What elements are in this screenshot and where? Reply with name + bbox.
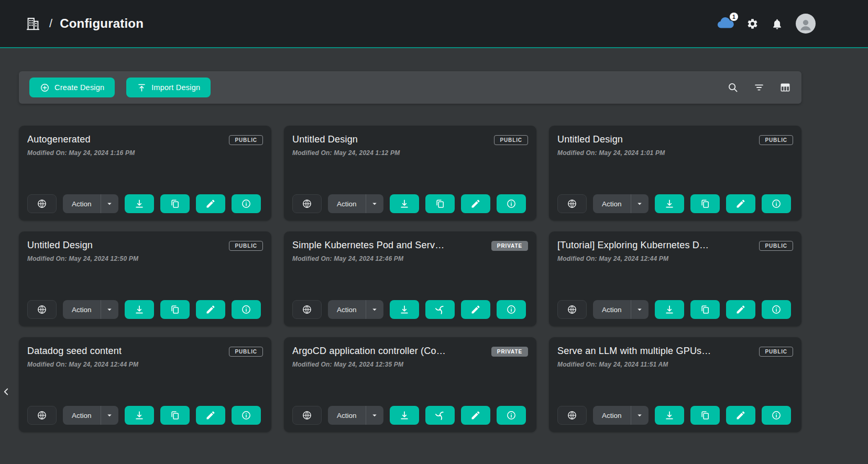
edit-button[interactable]: [461, 300, 490, 319]
action-split-button: Action: [593, 406, 649, 425]
design-title: Untitled Design: [27, 240, 93, 251]
action-dropdown-button[interactable]: [631, 194, 649, 213]
design-title: ArgoCD application controller (Co…: [292, 346, 446, 357]
download-icon: [399, 304, 410, 315]
edit-button[interactable]: [461, 194, 490, 213]
design-card: Serve an LLM with multiple GPUs… PUBLIC …: [549, 337, 801, 432]
gear-icon[interactable]: [746, 18, 759, 30]
action-dropdown-button[interactable]: [366, 406, 383, 425]
info-button[interactable]: [232, 300, 261, 319]
clone-button[interactable]: [690, 406, 720, 425]
design-spiral-button[interactable]: [425, 300, 455, 319]
info-button[interactable]: [232, 406, 261, 425]
chevron-down-icon: [635, 305, 644, 314]
action-dropdown-button[interactable]: [631, 406, 649, 425]
filter-icon[interactable]: [753, 82, 765, 93]
download-button[interactable]: [390, 194, 419, 213]
info-button[interactable]: [762, 194, 791, 213]
edit-button[interactable]: [196, 194, 225, 213]
action-button[interactable]: Action: [593, 194, 631, 213]
clone-button[interactable]: [160, 406, 190, 425]
visibility-globe-button[interactable]: [27, 300, 57, 319]
action-dropdown-button[interactable]: [366, 300, 383, 319]
info-button[interactable]: [232, 194, 261, 213]
bell-icon[interactable]: [771, 18, 783, 30]
clone-button[interactable]: [160, 300, 190, 319]
visibility-globe-button[interactable]: [292, 300, 322, 319]
globe-icon: [37, 304, 47, 315]
visibility-globe-button[interactable]: [557, 300, 587, 319]
cloud-provider-icon[interactable]: 1: [716, 15, 734, 32]
action-button[interactable]: Action: [63, 300, 101, 319]
card-actions: Action: [557, 300, 793, 319]
action-button[interactable]: Action: [63, 194, 101, 213]
action-dropdown-button[interactable]: [631, 300, 649, 319]
download-button[interactable]: [125, 194, 154, 213]
action-split-button: Action: [63, 194, 118, 213]
download-button[interactable]: [125, 300, 154, 319]
clone-button[interactable]: [690, 300, 720, 319]
clone-button[interactable]: [160, 194, 190, 213]
edit-button[interactable]: [726, 300, 755, 319]
visibility-globe-button[interactable]: [557, 406, 587, 425]
action-button[interactable]: Action: [63, 406, 101, 425]
download-button[interactable]: [390, 300, 419, 319]
sidebar-collapse-toggle[interactable]: [1, 385, 12, 401]
clone-button[interactable]: [425, 194, 455, 213]
action-dropdown-button[interactable]: [366, 194, 383, 213]
action-button[interactable]: Action: [593, 406, 631, 425]
action-button[interactable]: Action: [593, 300, 631, 319]
spiral-icon: [435, 304, 445, 315]
action-button[interactable]: Action: [328, 406, 366, 425]
visibility-globe-button[interactable]: [27, 406, 57, 425]
action-button[interactable]: Action: [328, 300, 366, 319]
chevron-down-icon: [105, 305, 114, 314]
design-card: [Tutorial] Exploring Kubernetes D… PUBLI…: [549, 231, 801, 326]
visibility-globe-button[interactable]: [27, 194, 57, 213]
clone-button[interactable]: [690, 194, 720, 213]
info-button[interactable]: [497, 300, 526, 319]
design-spiral-button[interactable]: [425, 406, 455, 425]
visibility-badge: PUBLIC: [229, 347, 263, 357]
download-button[interactable]: [655, 194, 684, 213]
download-button[interactable]: [390, 406, 419, 425]
action-dropdown-button[interactable]: [101, 406, 118, 425]
globe-icon: [567, 198, 577, 209]
info-button[interactable]: [762, 406, 791, 425]
building-icon[interactable]: [25, 16, 41, 31]
info-button[interactable]: [497, 194, 526, 213]
info-button[interactable]: [762, 300, 791, 319]
copy-icon: [170, 198, 180, 209]
download-button[interactable]: [125, 406, 154, 425]
visibility-globe-button[interactable]: [292, 194, 322, 213]
card-actions: Action: [557, 406, 793, 425]
create-design-label: Create Design: [54, 83, 104, 92]
info-button[interactable]: [497, 406, 526, 425]
pencil-icon: [735, 304, 746, 315]
edit-button[interactable]: [196, 300, 225, 319]
action-dropdown-button[interactable]: [101, 300, 118, 319]
action-dropdown-button[interactable]: [101, 194, 118, 213]
action-split-button: Action: [328, 406, 383, 425]
download-button[interactable]: [655, 300, 684, 319]
create-design-button[interactable]: Create Design: [29, 78, 115, 97]
visibility-globe-button[interactable]: [557, 194, 587, 213]
info-icon: [771, 198, 782, 209]
copy-icon: [700, 304, 710, 315]
edit-button[interactable]: [196, 406, 225, 425]
design-title: Untitled Design: [292, 134, 358, 145]
visibility-globe-button[interactable]: [292, 406, 322, 425]
pencil-icon: [205, 198, 216, 209]
page-title: Configuration: [60, 16, 144, 31]
import-design-button[interactable]: Import Design: [126, 78, 211, 97]
search-icon[interactable]: [727, 82, 739, 93]
action-button[interactable]: Action: [328, 194, 366, 213]
table-view-icon[interactable]: [779, 82, 791, 93]
user-avatar[interactable]: [796, 14, 816, 34]
edit-button[interactable]: [726, 194, 755, 213]
edit-button[interactable]: [461, 406, 490, 425]
pencil-icon: [205, 304, 216, 315]
download-icon: [664, 198, 675, 209]
download-button[interactable]: [655, 406, 684, 425]
edit-button[interactable]: [726, 406, 755, 425]
